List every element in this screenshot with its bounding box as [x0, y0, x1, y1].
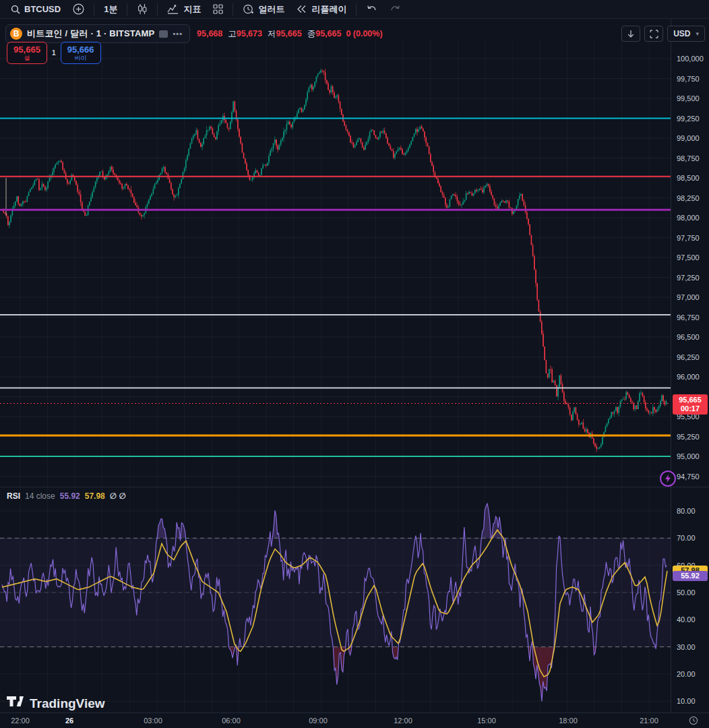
compare-add-button[interactable] [67, 1, 90, 18]
toolbar-separator [94, 3, 94, 16]
tradingview-logo[interactable]: TradingView [7, 696, 105, 711]
alert-clock-icon [243, 3, 254, 15]
rsi-extra-values: ∅ ∅ [110, 491, 126, 501]
toolbar-separator [157, 3, 158, 16]
rsi-tick-label: 30.00 [677, 643, 696, 651]
replay-button[interactable]: 리플레이 [291, 1, 352, 18]
undo-button[interactable] [361, 1, 383, 18]
plus-circle-icon [73, 3, 84, 15]
ohlc-values: 95,668고95,673저95,665종95,665 0 (0.00%) [197, 28, 383, 40]
currency-dropdown[interactable]: USD ▾ [667, 26, 705, 42]
time-tick-label: 09:00 [309, 717, 328, 725]
layout-grid-button[interactable] [208, 1, 228, 18]
price-tick-label: 99,250 [677, 115, 700, 123]
price-tick-label: 95,250 [677, 433, 700, 441]
time-tick-label: 18:00 [559, 717, 578, 725]
price-tick-label: 98,500 [677, 174, 700, 182]
rsi-ma-value: 57.98 [85, 491, 105, 501]
time-tick-label: 15:00 [477, 717, 496, 725]
rsi-tick-label: 20.00 [677, 670, 696, 678]
high-value: 95,673 [237, 29, 262, 38]
high-label: 고 [228, 29, 237, 38]
replay-icon [297, 5, 307, 13]
spread-value: 1 [52, 49, 56, 57]
time-tick-label: 06:00 [222, 717, 241, 725]
price-chart-pane[interactable] [0, 19, 671, 487]
price-tick-label: 94,750 [677, 473, 700, 481]
bitcoin-icon: B [10, 28, 22, 40]
rsi-tick-label: 80.00 [677, 507, 696, 515]
close-value: 95,665 [315, 29, 341, 38]
chart-style-button[interactable] [131, 1, 153, 18]
price-tick-label: 99,000 [677, 134, 700, 142]
sell-price: 95,665 [7, 44, 47, 55]
toolbar-separator [127, 3, 127, 16]
top-toolbar: BTCUSD 1분 지표 [0, 0, 709, 19]
interval-label: 1분 [104, 3, 117, 16]
rsi-tick-label: 40.00 [677, 615, 696, 624]
buy-price: 95,666 [61, 44, 100, 55]
symbol-search-button[interactable]: BTCUSD [5, 1, 66, 18]
rsi-legend[interactable]: RSI 14 close 55.92 57.98 ∅ ∅ [7, 491, 126, 501]
chart-type-icon [159, 30, 168, 38]
time-axis[interactable]: 22:002603:0006:0009:0012:0015:0018:0021:… [0, 712, 709, 728]
symbol-title: 비트코인 / 달러 · 1 · BITSTAMP [27, 28, 154, 40]
price-tick-label: 95,000 [677, 452, 700, 460]
price-tick-label: 98,000 [677, 214, 700, 222]
time-tick-label: 03:00 [144, 717, 162, 725]
grid-layout-icon [213, 4, 223, 14]
low-label: 저 [268, 29, 276, 38]
price-tick-label: 98,250 [677, 194, 700, 202]
rsi-value: 55.92 [60, 491, 80, 501]
rsi-value-badge: 55.92 [673, 571, 708, 581]
timezone-clock-icon[interactable] [689, 716, 698, 728]
indicators-button[interactable]: 지표 [162, 1, 206, 18]
price-tick-label: 99,500 [677, 94, 700, 102]
time-tick-label: 12:00 [394, 717, 412, 725]
alert-button[interactable]: 얼러트 [237, 1, 290, 18]
indicators-icon [167, 4, 179, 14]
price-tick-label: 96,500 [677, 333, 700, 341]
pane-separator[interactable] [0, 487, 709, 487]
price-tick-label: 100,000 [677, 55, 704, 63]
buy-label: 바이 [61, 55, 100, 62]
toolbar-separator [233, 3, 233, 16]
sell-label: 셀 [7, 55, 47, 62]
tradingview-wordmark: TradingView [30, 696, 105, 711]
price-axis[interactable]: 95,665 00:17 57.98 55.92 100,00099,75099… [671, 19, 709, 712]
toolbar-separator [356, 3, 357, 16]
header-right-controls: USD ▾ [621, 26, 705, 42]
last-price-value: 95,665 [673, 396, 708, 404]
tradingview-mark-icon [7, 696, 24, 711]
sell-button[interactable]: 95,665 셀 [7, 42, 47, 64]
change-value: 0 (0.00%) [346, 29, 382, 38]
price-tick-label: 97,500 [677, 253, 700, 262]
fullscreen-button[interactable] [644, 26, 663, 42]
bar-countdown: 00:17 [673, 404, 708, 413]
rsi-tick-label: 10.00 [677, 697, 696, 705]
interval-button[interactable]: 1분 [98, 1, 123, 18]
redo-icon [390, 5, 401, 14]
redo-button[interactable] [384, 1, 406, 18]
buy-button[interactable]: 95,666 바이 [61, 42, 101, 64]
arrow-down-icon [627, 30, 635, 38]
price-tick-label: 97,750 [677, 234, 700, 242]
more-options-icon[interactable]: ••• [173, 30, 183, 38]
price-tick-label: 97,250 [677, 274, 700, 282]
close-label: 종 [307, 29, 316, 38]
price-grid [0, 39, 671, 487]
chevron-down-icon: ▾ [696, 30, 699, 37]
rsi-name: RSI [7, 491, 20, 501]
fullscreen-icon [650, 30, 658, 38]
rsi-pane[interactable] [0, 487, 671, 712]
indicators-label: 지표 [183, 3, 201, 16]
price-tick-label: 98,750 [677, 154, 700, 162]
price-tick-label: 96,000 [677, 373, 700, 381]
replay-label: 리플레이 [311, 3, 346, 16]
instant-order-icon[interactable] [660, 471, 676, 487]
open-value: 95,668 [197, 29, 222, 38]
symbol-legend[interactable]: B 비트코인 / 달러 · 1 · BITSTAMP ••• [5, 24, 190, 43]
price-tick-label: 97,000 [677, 293, 700, 301]
currency-value: USD [673, 29, 690, 38]
scroll-to-latest-button[interactable] [621, 26, 640, 42]
